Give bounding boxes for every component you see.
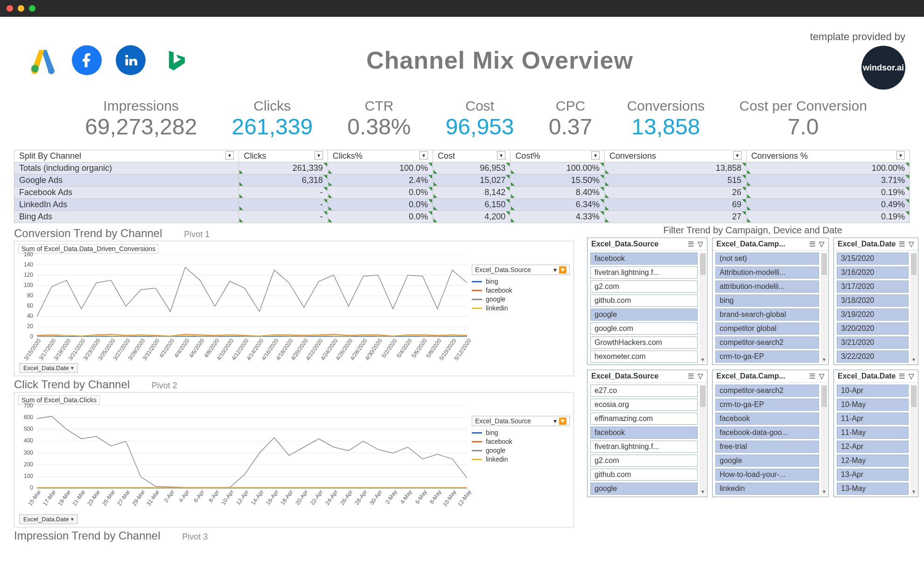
slicer-option[interactable]: linkedin bbox=[715, 483, 819, 495]
col-header[interactable]: Split By Channel▾ bbox=[14, 150, 239, 162]
slicer-option[interactable]: 11-Apr bbox=[837, 413, 909, 425]
col-header[interactable]: Cost▾ bbox=[433, 150, 511, 162]
filter-dropdown-icon[interactable]: ▾ bbox=[225, 151, 234, 160]
clear-filter-icon[interactable]: ▽ bbox=[909, 240, 914, 248]
slicer-option[interactable]: facebook bbox=[715, 413, 819, 425]
slicer-option[interactable]: effinamazing.com bbox=[590, 413, 698, 425]
slicer-option[interactable]: e27.co bbox=[590, 385, 698, 397]
slicer-option[interactable]: free-trial bbox=[715, 441, 819, 453]
col-header[interactable]: Conversions▾ bbox=[604, 150, 746, 162]
slicer-option[interactable]: crm-to-ga-EP bbox=[715, 351, 819, 363]
scrollbar[interactable]: ▲▼ bbox=[821, 385, 827, 495]
filter-dropdown-icon[interactable]: ▾ bbox=[420, 151, 428, 160]
legend-item[interactable]: bing bbox=[472, 278, 570, 285]
slicer-option[interactable]: github.com bbox=[590, 295, 698, 307]
col-header[interactable]: Clicks▾ bbox=[239, 150, 328, 162]
col-header[interactable]: Clicks%▾ bbox=[328, 150, 433, 162]
clear-filter-icon[interactable]: ▽ bbox=[698, 240, 703, 248]
clear-filter-icon[interactable]: ▽ bbox=[819, 372, 825, 380]
filter-dropdown-icon[interactable]: ▾ bbox=[896, 151, 905, 160]
slicer-option[interactable]: How-to-load-your-... bbox=[715, 469, 819, 481]
legend-item[interactable]: google bbox=[472, 447, 570, 454]
clear-filter-icon[interactable]: ▽ bbox=[819, 240, 825, 248]
slicer-option[interactable]: ecosia.org bbox=[590, 399, 698, 411]
slicer-option[interactable]: 13-May bbox=[837, 483, 909, 495]
scrollbar[interactable]: ▲▼ bbox=[910, 252, 917, 363]
slicer-option[interactable]: (not set) bbox=[715, 252, 819, 265]
scrollbar[interactable]: ▲▼ bbox=[700, 252, 706, 363]
multiselect-icon[interactable]: ☰ bbox=[688, 372, 694, 380]
slicer-option[interactable]: 3/15/2020 bbox=[837, 252, 909, 265]
slicer-option[interactable]: 3/20/2020 bbox=[837, 323, 909, 335]
slicer-option[interactable]: 12-May bbox=[837, 455, 909, 467]
filter-dropdown-icon[interactable]: ▾ bbox=[591, 151, 600, 160]
slicer-option[interactable]: competitor-search2 bbox=[715, 385, 819, 397]
slicer-option[interactable]: g2.com bbox=[590, 455, 698, 467]
filter-dropdown-icon[interactable]: ▾ bbox=[733, 151, 742, 160]
multiselect-icon[interactable]: ☰ bbox=[809, 240, 815, 248]
slicer-option[interactable]: crm-to-ga-EP bbox=[715, 399, 819, 411]
slicer-option[interactable]: fivetran.lightning.f... bbox=[590, 441, 698, 453]
slicer-option[interactable]: 3/17/2020 bbox=[837, 280, 909, 293]
scrollbar[interactable]: ▲▼ bbox=[821, 252, 827, 363]
slicer-option[interactable]: google bbox=[590, 483, 698, 495]
slicer-option[interactable]: github.com bbox=[590, 469, 698, 481]
slicer-option[interactable]: brand-search-global bbox=[715, 309, 819, 321]
multiselect-icon[interactable]: ☰ bbox=[899, 372, 905, 380]
legend-item[interactable]: bing bbox=[472, 429, 570, 436]
legend-item[interactable]: linkedin bbox=[472, 456, 570, 463]
clear-filter-icon[interactable]: ▽ bbox=[698, 372, 703, 380]
legend-item[interactable]: facebook bbox=[472, 287, 570, 294]
chart1-date-pill[interactable]: Excel_Data.Date bbox=[19, 363, 78, 373]
min-dot[interactable] bbox=[18, 5, 24, 12]
chart2-date-pill[interactable]: Excel_Data.Date bbox=[19, 514, 78, 524]
slicer-option[interactable]: attribution-modelli... bbox=[715, 280, 819, 293]
legend-item[interactable]: linkedin bbox=[472, 304, 570, 312]
filter-dropdown-icon[interactable]: ▾ bbox=[497, 151, 505, 160]
slicer-option[interactable]: GrowthHackers.com bbox=[590, 337, 698, 349]
legend-header[interactable]: Excel_Data.Source▾ 🔽 bbox=[472, 265, 570, 275]
slicer-option[interactable]: facebook bbox=[590, 427, 698, 439]
slicer-option[interactable]: google.com bbox=[590, 323, 698, 335]
cell-value: 6,318 bbox=[239, 175, 328, 187]
slicer-option[interactable]: google bbox=[590, 309, 698, 321]
pivot-1-label: Pivot 1 bbox=[184, 230, 210, 239]
slicer-option[interactable]: competitor-search2 bbox=[715, 337, 819, 349]
cell-value: 4.33% bbox=[511, 211, 604, 223]
cell-value: - bbox=[239, 199, 328, 211]
clear-filter-icon[interactable]: ▽ bbox=[909, 372, 914, 380]
filter-dropdown-icon[interactable]: ▾ bbox=[315, 151, 323, 160]
slicer-option[interactable]: 3/22/2020 bbox=[837, 351, 909, 363]
kpi-label: Clicks bbox=[232, 98, 313, 114]
legend-header[interactable]: Excel_Data.Source▾ 🔽 bbox=[472, 416, 570, 426]
slicer-option[interactable]: hexometer.com bbox=[590, 351, 698, 363]
slicer-option[interactable]: 3/19/2020 bbox=[837, 309, 909, 321]
slicer-option[interactable]: 12-Apr bbox=[837, 441, 909, 453]
multiselect-icon[interactable]: ☰ bbox=[688, 240, 694, 248]
slicer-option[interactable]: facebook-data-goo... bbox=[715, 427, 819, 439]
legend-item[interactable]: google bbox=[472, 295, 570, 303]
col-header[interactable]: Conversions %▾ bbox=[746, 150, 910, 162]
legend-item[interactable]: facebook bbox=[472, 438, 570, 445]
slicer-option[interactable]: 13-Apr bbox=[837, 469, 909, 481]
multiselect-icon[interactable]: ☰ bbox=[899, 240, 905, 248]
slicer-option[interactable]: facebook bbox=[590, 252, 698, 265]
multiselect-icon[interactable]: ☰ bbox=[809, 372, 815, 380]
slicer-option[interactable]: 3/16/2020 bbox=[837, 266, 909, 279]
slicer-option[interactable]: 3/21/2020 bbox=[837, 337, 909, 349]
slicer-option[interactable]: Attribution-modelli... bbox=[715, 266, 819, 279]
col-header[interactable]: Cost%▾ bbox=[511, 150, 604, 162]
slicer-option[interactable]: competitor global bbox=[715, 323, 819, 335]
slicer-option[interactable]: fivetran.lightning.f... bbox=[590, 266, 698, 279]
slicer-option[interactable]: 10-Apr bbox=[837, 385, 909, 397]
slicer-option[interactable]: 11-May bbox=[837, 427, 909, 439]
slicer-option[interactable]: 3/18/2020 bbox=[837, 295, 909, 307]
slicer-option[interactable]: bing bbox=[715, 295, 819, 307]
scrollbar[interactable]: ▲▼ bbox=[910, 385, 917, 495]
close-dot[interactable] bbox=[7, 5, 13, 12]
scrollbar[interactable]: ▲▼ bbox=[700, 385, 706, 495]
slicer-option[interactable]: 10-May bbox=[837, 399, 909, 411]
slicer-option[interactable]: g2.com bbox=[590, 280, 698, 293]
slicer-option[interactable]: google bbox=[715, 455, 819, 467]
max-dot[interactable] bbox=[29, 5, 35, 12]
